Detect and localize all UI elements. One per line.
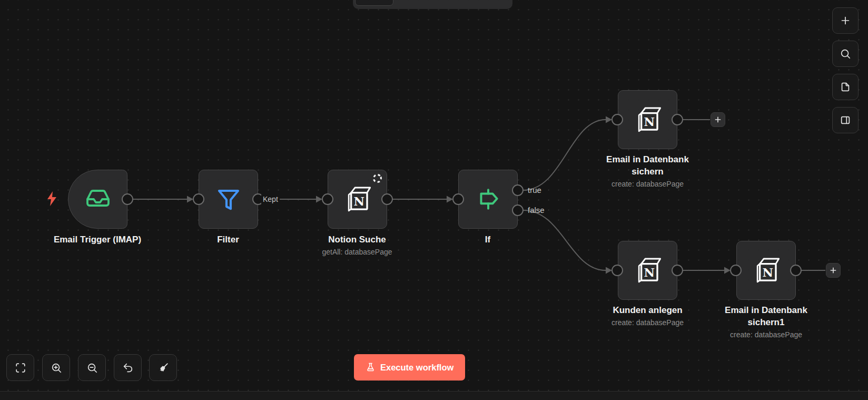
workflow-canvas[interactable] [0,0,868,400]
node-if[interactable] [458,170,518,229]
plus-icon [714,115,722,124]
node-subtitle-email-in-datenbank-sichern: create: databasePage [597,179,698,189]
panel-toggle-button[interactable] [832,107,859,133]
sticky-note-button[interactable] [832,74,859,100]
connection-label-kept: Kept [261,194,280,204]
flask-icon [366,363,376,373]
dashed-circle-indicator-icon [372,173,382,183]
node-title-notion-suche: Notion Suche [299,233,415,246]
node-subtitle-notion-suche: getAll: databasePage [299,247,415,257]
node-filter[interactable] [199,170,258,229]
tidy-up-button[interactable] [149,354,177,381]
fit-view-button[interactable] [6,354,34,381]
zoom-out-button[interactable] [78,354,106,381]
add-node-button[interactable] [826,263,841,278]
svg-text:N: N [644,266,655,279]
add-node-panel-button[interactable] [832,7,859,34]
node-email-in-datenbank-sichern[interactable]: N [618,90,677,149]
signpost-icon [475,186,501,212]
notion-cube-icon: N [752,256,781,285]
logs-panel-edge[interactable] [0,391,868,400]
zoom-in-button[interactable] [42,354,70,381]
execute-workflow-button[interactable]: Execute workflow [354,354,465,381]
output-label-false: false [528,206,545,215]
plus-icon [840,15,851,26]
sticky-note-icon [840,81,851,93]
notion-cube-icon: N [634,256,662,285]
node-kunden-anlegen[interactable]: N [618,241,677,300]
undo-icon [122,362,134,374]
node-title-email-in-datenbank-sichern1: Email in Datenbank sichern1 [716,304,816,328]
node-title-email-in-datenbank-sichern: Email in Datenbank sichern [597,153,698,178]
inbox-icon [85,187,111,212]
tidy-up-icon [157,362,169,374]
funnel-icon [216,187,241,212]
top-overlay-fragment-tab [355,0,393,6]
output-label-true: true [528,186,541,195]
add-node-button[interactable] [711,112,725,127]
fit-view-icon [15,362,26,374]
node-title-email-trigger-imap: Email Trigger (IMAP) [40,233,155,246]
execute-workflow-label: Execute workflow [380,363,453,373]
node-subtitle-kunden-anlegen: create: databasePage [592,318,703,328]
panel-right-icon [840,114,851,126]
plus-icon [829,266,837,275]
zoom-out-icon [86,362,98,374]
lightning-bolt-icon [45,191,58,207]
search-icon [840,48,851,60]
undo-button[interactable] [114,354,142,381]
zoom-in-icon [51,362,62,374]
node-email-in-datenbank-sichern1[interactable]: N [736,241,796,300]
notion-cube-icon: N [634,105,662,134]
node-title-kunden-anlegen: Kunden anlegen [592,304,703,316]
node-title-if: If [430,233,546,246]
svg-text:N: N [762,266,773,279]
node-email-trigger-imap[interactable] [68,170,127,229]
node-title-filter: Filter [170,233,286,246]
svg-text:N: N [353,194,364,208]
svg-text:N: N [644,115,655,129]
node-subtitle-email-in-datenbank-sichern1: create: databasePage [716,330,816,340]
search-button[interactable] [832,41,859,67]
node-notion-suche[interactable]: N [328,170,387,229]
notion-cube-icon: N [343,185,372,213]
